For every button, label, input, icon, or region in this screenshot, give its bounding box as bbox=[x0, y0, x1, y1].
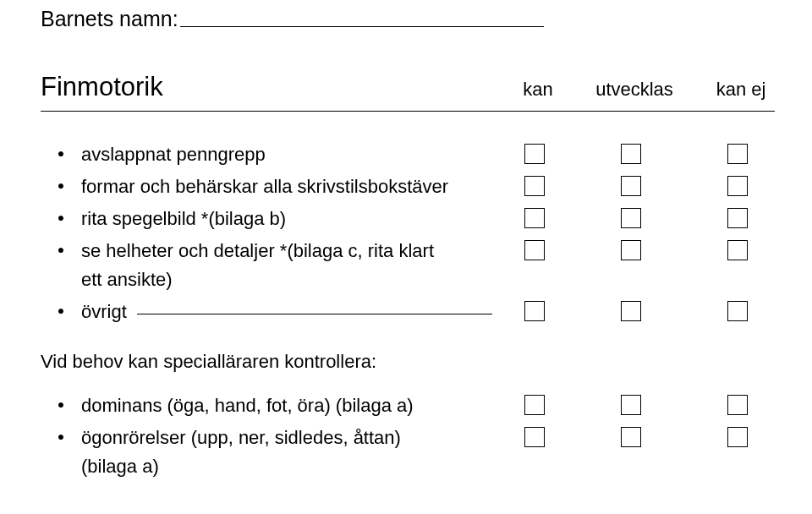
other-input-line[interactable] bbox=[137, 313, 492, 314]
bullet-icon: ● bbox=[41, 424, 81, 449]
list-item: ● avslappnat penngrepp bbox=[41, 140, 771, 169]
checkbox[interactable] bbox=[621, 427, 641, 447]
checkbox[interactable] bbox=[621, 144, 641, 164]
checkbox[interactable] bbox=[621, 208, 641, 228]
item-label: se helheter och detaljer *(bilaga c, rit… bbox=[81, 237, 434, 294]
checkbox-group bbox=[511, 140, 771, 164]
checkbox[interactable] bbox=[524, 427, 545, 447]
checkbox[interactable] bbox=[524, 144, 545, 164]
child-name-input-line[interactable] bbox=[180, 25, 544, 27]
bullet-icon: ● bbox=[41, 391, 81, 417]
item-label: dominans (öga, hand, fot, öra) (bilaga a… bbox=[81, 391, 414, 420]
checkbox[interactable] bbox=[524, 395, 545, 415]
checkbox-group bbox=[511, 391, 771, 415]
col-kan: kan bbox=[514, 79, 562, 101]
col-utvecklas: utvecklas bbox=[585, 79, 683, 101]
item-label: avslappnat penngrepp bbox=[81, 140, 266, 169]
checkbox-group bbox=[511, 172, 771, 196]
checkbox-group bbox=[511, 205, 771, 228]
checkbox[interactable] bbox=[727, 144, 748, 164]
list-item: ● se helheter och detaljer *(bilaga c, r… bbox=[41, 237, 771, 294]
sub-heading: Vid behov kan specialläraren kontrollera… bbox=[41, 351, 771, 373]
checkbox-group bbox=[511, 298, 771, 321]
bullet-icon: ● bbox=[41, 140, 81, 166]
list-item: ● ögonrörelser (upp, ner, sidledes, åtta… bbox=[41, 424, 771, 481]
item-label: ögonrörelser (upp, ner, sidledes, åttan)… bbox=[81, 424, 401, 481]
list-item: ● dominans (öga, hand, fot, öra) (bilaga… bbox=[41, 391, 771, 420]
checkbox[interactable] bbox=[727, 301, 748, 321]
list-item: ● formar och behärskar alla skrivstilsbo… bbox=[41, 172, 771, 201]
checkbox[interactable] bbox=[524, 240, 545, 260]
bullet-icon: ● bbox=[41, 237, 81, 262]
column-headers: kan utvecklas kan ej bbox=[514, 79, 775, 101]
checkbox-group bbox=[511, 237, 771, 260]
child-name-label: Barnets namn: bbox=[41, 7, 178, 31]
item-label: formar och behärskar alla skrivstilsboks… bbox=[81, 172, 448, 201]
checkbox[interactable] bbox=[727, 176, 748, 196]
bullet-icon: ● bbox=[41, 205, 81, 230]
item-label: rita spegelbild *(bilaga b) bbox=[81, 205, 286, 233]
checkbox[interactable] bbox=[621, 301, 641, 321]
checkbox[interactable] bbox=[621, 395, 641, 415]
checkbox[interactable] bbox=[621, 176, 641, 196]
checkbox[interactable] bbox=[727, 208, 748, 228]
col-kan-ej: kan ej bbox=[707, 79, 775, 101]
section-header: Finmotorik kan utvecklas kan ej bbox=[41, 72, 775, 112]
list-item: ● rita spegelbild *(bilaga b) bbox=[41, 205, 771, 233]
item-label: övrigt bbox=[81, 301, 127, 322]
checkbox[interactable] bbox=[727, 240, 748, 260]
items-group-b: ● dominans (öga, hand, fot, öra) (bilaga… bbox=[41, 391, 771, 481]
bullet-icon: ● bbox=[41, 298, 81, 323]
checkbox[interactable] bbox=[524, 176, 545, 196]
checkbox-group bbox=[511, 424, 771, 447]
checkbox[interactable] bbox=[524, 301, 545, 321]
checkbox[interactable] bbox=[727, 427, 748, 447]
section-title: Finmotorik bbox=[41, 72, 163, 102]
items-group-a: ● avslappnat penngrepp ● formar och behä… bbox=[41, 140, 771, 327]
list-item-other: ● övrigt bbox=[41, 298, 771, 326]
document-page: Barnets namn: Finmotorik kan utvecklas k… bbox=[0, 0, 812, 514]
checkbox[interactable] bbox=[621, 240, 641, 260]
bullet-icon: ● bbox=[41, 172, 81, 198]
child-name-row: Barnets namn: bbox=[41, 7, 771, 31]
checkbox[interactable] bbox=[524, 208, 545, 228]
checkbox[interactable] bbox=[727, 395, 748, 415]
